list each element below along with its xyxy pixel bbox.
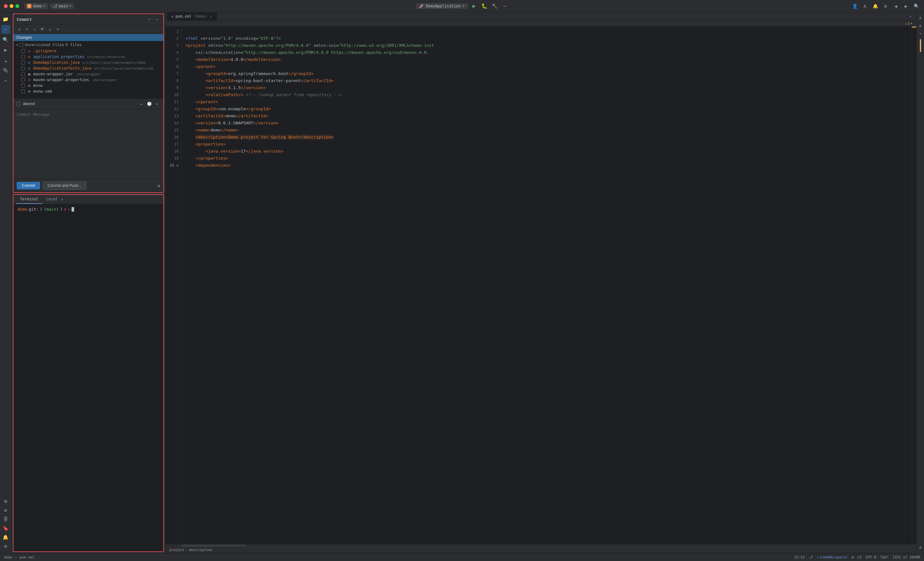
debug-button[interactable]: 🐛 [481,2,488,10]
close-button[interactable] [4,4,8,8]
file-checkbox[interactable] [21,72,25,76]
profile-button[interactable]: 👤 [851,2,858,10]
minimize-panel-button[interactable]: — [154,16,160,22]
up-icon[interactable]: △ [47,26,53,32]
list-item[interactable]: ⊙ application.properties src/main/resour… [14,54,163,60]
editor-more-icon[interactable]: ⋯ [908,13,914,19]
close-tab-icon[interactable]: ✕ [210,15,212,18]
status-windows-icon[interactable]: ⊞ [852,555,854,560]
status-git-icon[interactable]: ⎇ [809,555,813,560]
status-file[interactable]: pom.xml [20,555,34,560]
amend-checkbox[interactable] [16,102,21,106]
changes-section: Changes ▾ Unversioned Files 9 files ⊘ .g… [14,34,163,99]
status-encoding[interactable]: UTF-8 [866,555,876,560]
commit-and-push-button[interactable]: Commit and Push... [43,181,86,190]
sidebar-icon-build[interactable]: ⚙ [1,506,10,515]
more-actions-button[interactable]: ⋯ [501,2,509,10]
sidebar-icon-commit[interactable]: ✓ [1,25,10,34]
run-config-selector[interactable]: 🚀 DemoApplication ▾ [416,3,468,9]
group-checkbox[interactable] [20,43,23,47]
minimize-button[interactable] [10,4,14,8]
sidebar-icon-aws[interactable]: ☁ [1,56,10,65]
list-item[interactable]: ⊙ maven-wrapper.properties .mvn/wrapper [14,77,163,83]
tab-local[interactable]: Local ✕ [42,195,67,204]
list-item[interactable]: ⊘ .gitignore [14,48,163,54]
commit-button[interactable]: Commit [16,182,40,190]
commit-message-area[interactable]: Commit Message [14,109,163,179]
branch-selector[interactable]: ⎇ main ▾ [50,3,74,9]
code-content[interactable]: <?xml version="1.0" encoding="UTF-8"?> <… [182,27,912,545]
right-panel-icon-2[interactable]: ⊞ [917,22,924,29]
code-line-8: <version>3.1.5</version> [186,85,266,90]
warning-badge[interactable]: ⚠ 1 ▾ [905,21,912,25]
more-options-button[interactable]: ⋯ [146,16,152,22]
settings-button[interactable]: ⚙ [882,2,890,10]
maximize-button[interactable] [15,4,19,8]
translate-button[interactable]: A [861,2,869,10]
tab-pom-xml[interactable]: m pom.xml (demo) ✕ [167,12,217,21]
download-icon[interactable]: ⇓ [32,26,38,32]
codewhisperer-arrow-icon: → [817,555,819,560]
breadcrumb-separator: › [186,548,188,552]
forward-button[interactable]: ▶ [902,2,910,10]
file-checkbox[interactable] [21,49,25,53]
sidebar-icon-notifications2[interactable]: 🔔 [1,533,10,542]
right-panel-icon-3[interactable]: ✎ [917,30,924,37]
refresh-icon[interactable]: ↺ [16,26,22,32]
amend-edit-icon[interactable]: ✏ [138,101,145,107]
commit-settings-icon[interactable]: ⚙ [158,183,160,188]
notifications-button[interactable]: 🔔 [872,2,879,10]
sidebar-icon-settings2[interactable]: ⚙ [1,542,10,551]
close-panel-icon[interactable]: ✕ [54,26,61,32]
sidebar-icon-database[interactable]: 🗄 [1,515,10,524]
sidebar-icon-project[interactable]: 📁 [1,15,10,24]
file-checkbox[interactable] [21,78,25,82]
sidebar-icon-run[interactable]: ▶ [1,45,10,54]
eye-icon[interactable]: 👁 [39,26,45,32]
breadcrumb-item-project[interactable]: project [170,548,184,552]
back-button[interactable]: ◀ [892,2,900,10]
file-checkbox[interactable] [21,90,25,93]
file-checkbox[interactable] [21,55,25,59]
breadcrumb-item-description[interactable]: description [189,548,212,552]
run-button[interactable]: ▶ [470,2,478,10]
sidebar-icon-plugins[interactable]: 🔌 [1,66,10,75]
list-item[interactable]: ≡ mvnw.cmd [14,88,163,94]
sidebar-icon-bookmarks[interactable]: 🔖 [1,524,10,533]
status-line-ending[interactable]: LF [858,555,862,560]
right-panel-icon-1[interactable]: A [917,15,924,21]
window-controls[interactable] [4,4,19,8]
scrollbar-thumb[interactable] [182,545,246,547]
status-indent[interactable]: Tab* [880,555,889,560]
sidebar-icon-terminal[interactable]: ⊞ [1,497,10,506]
list-item[interactable]: ⊙ DemoApplicationTests.java src/test/jav… [14,66,163,71]
encoding-value: UTF-8 [866,555,876,560]
terminal-open-paren: ( [40,207,43,212]
search-button[interactable]: 🔍 [912,2,920,10]
list-item[interactable]: ≡ mvnw [14,83,163,88]
list-item[interactable]: ⊙ DemoApplication.java src/main/java/com… [14,60,163,66]
line-num: 1 [168,28,179,35]
file-checkbox[interactable] [21,61,25,64]
horizontal-scrollbar[interactable] [165,545,916,547]
file-checkbox[interactable] [21,84,25,88]
undo-icon[interactable]: ↩ [24,26,30,32]
sidebar-icon-search[interactable]: 🔍 [1,35,10,44]
build-button[interactable]: 🔨 [491,2,499,10]
sidebar-icon-dots[interactable]: ⋯ [1,76,10,85]
file-name: mvnw.cmd [33,89,52,94]
terminal-content[interactable]: demo git: ((main)) ✗ › [14,204,163,551]
amend-star-icon[interactable]: ✦ [154,101,160,107]
project-selector[interactable]: d demo ▾ [24,3,48,9]
file-checkbox[interactable] [21,66,25,70]
file-group-header[interactable]: ▾ Unversioned Files 9 files [14,42,163,48]
code-line-13: <version>0.0.1-SNAPSHOT</version> [186,121,279,125]
status-codewhisperer[interactable]: → CodeWhisperer [817,555,848,560]
status-project[interactable]: demo [4,555,12,560]
right-panel-icon-4[interactable]: A [917,545,924,551]
close-tab-icon[interactable]: ✕ [61,197,63,201]
warning-chevron-icon: ▾ [910,21,912,25]
list-item[interactable]: ▣ maven-wrapper.jar .mvn/wrapper [14,71,163,77]
tab-terminal[interactable]: Terminal [16,195,42,204]
amend-clock-icon[interactable]: 🕐 [146,101,152,107]
